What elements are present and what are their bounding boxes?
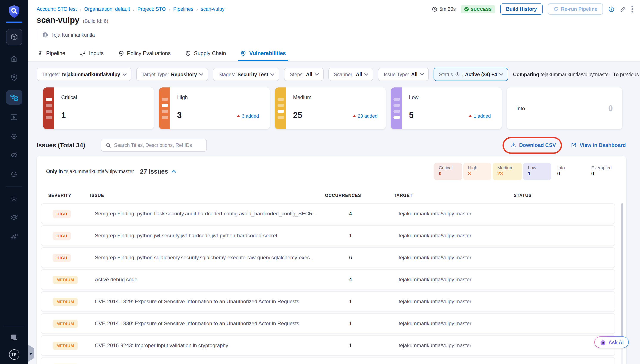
issues-panel: Only in tejakummarikuntla/vulpy:master 2… [37,156,626,364]
download-csv-button[interactable]: Download CSV [510,142,556,148]
module-selector-button[interactable] [6,29,22,45]
breadcrumb-account[interactable]: Account: STO test [37,6,77,12]
medium-added: 23 added [353,113,378,118]
user-avatar[interactable]: TK [9,349,19,360]
breadcrumb-project[interactable]: Project: STO [138,6,166,12]
filter-issue-type[interactable]: Issue Type: All [378,68,429,81]
sidebar-item-home[interactable] [6,52,22,65]
high-count: 3 [177,111,182,120]
breadcrumb-separator: › [133,7,135,12]
issue-row[interactable]: HIGH Semgrep Finding: python.flask.secur… [41,203,615,224]
issue-row[interactable]: MEDIUM CVE-2014-1829: Exposure of Sensit… [41,291,615,312]
filters-row: Targets: tejakummarikuntla/vulpy Target … [37,68,633,81]
severity-badge: HIGH [53,232,71,240]
breadcrumb-pipelines[interactable]: Pipelines [173,6,193,12]
severity-badge: HIGH [53,254,71,262]
issues-table-body: HIGH Semgrep Finding: python.flask.secur… [41,203,615,364]
edit-pipeline-button[interactable] [620,6,626,12]
user-name: Teja Kummarikuntla [51,32,95,38]
search-input[interactable] [114,142,202,148]
high-stripe [159,88,170,129]
only-in-label: Only in tejakummarikuntla/vulpy:master [46,169,134,174]
view-in-dashboard-button[interactable]: View in Dashboard [571,142,626,148]
sidebar-divider [6,186,22,187]
filter-target-type[interactable]: Target Type: Repository [136,68,208,81]
issues-search[interactable] [101,139,207,152]
sidebar-collapse-handle[interactable]: ▶ [28,344,34,362]
critical-card[interactable]: Critical 1 [43,88,154,129]
breadcrumb-current[interactable]: scan-vulpy [201,6,225,12]
execution-tabs: Pipeline Inputs Policy Evaluations Suppl… [37,46,287,61]
sidebar-item-pipelines[interactable] [6,90,22,105]
home-icon [10,54,18,63]
sidebar-item-default-settings[interactable] [6,211,22,224]
breadcrumb-org[interactable]: Organization: default [84,6,130,12]
severity-badge: MEDIUM [53,276,78,284]
filter-stages[interactable]: Stages: Security Test [213,68,280,81]
page-header: Account: STO test › Organization: defaul… [28,0,640,62]
low-card[interactable]: Low 5 1 added [391,88,502,129]
filter-steps[interactable]: Steps: All [284,68,324,81]
sidebar-item-exemptions[interactable] [6,148,22,162]
chevron-down-icon [364,73,369,76]
check-circle-icon [464,7,469,12]
tab-pipeline[interactable]: Pipeline [37,46,66,61]
info-button[interactable] [608,6,614,12]
issue-row[interactable]: HIGH Semgrep Finding: python.jwt.securit… [41,225,615,246]
search-icon [105,142,111,148]
sidebar-item-overview[interactable] [6,71,22,84]
severity-badge: HIGH [53,210,71,218]
chevron-down-icon [122,73,127,76]
issue-count-toggle[interactable]: 27 Issues [140,168,177,175]
chevron-down-icon [270,73,275,76]
rerun-pipeline-button[interactable]: Re-run Pipeline [547,4,603,15]
sidebar-item-targets[interactable] [6,130,22,142]
issue-row[interactable]: MEDIUM Active debug code 4 tejakummariku… [41,269,615,290]
tab-vulnerabilities[interactable]: Vulnerabilities [240,46,287,61]
svg-text:?: ? [13,335,14,338]
issue-title: Semgrep Finding: python.flask.security.a… [95,211,330,217]
filter-targets[interactable]: Targets: tejakummarikuntla/vulpy [37,68,132,81]
issue-row[interactable]: HIGH Semgrep Finding: python.sqlalchemy.… [41,247,615,268]
sidebar-item-tickets[interactable] [6,168,22,180]
issues-table-header: SEVERITY ISSUE OCCURRENCES TARGET STATUS [37,190,615,201]
sto-execution-page: ? TK ▶ Account: STO test › Organization:… [0,0,640,364]
chip-medium: Medium23 [493,163,522,180]
medium-card[interactable]: Medium 25 23 added [275,88,386,129]
filter-scanner[interactable]: Scanner: All [328,68,373,81]
issue-row[interactable]: MEDIUM CVE-2014-1830: Exposure of Sensit… [41,313,615,334]
help-button[interactable]: ? [6,331,22,344]
target: tejakummarikuntla/vulpy:master [399,342,518,348]
ask-ai-button[interactable]: Ask AI [594,336,629,348]
sidebar-item-settings[interactable] [6,192,22,205]
critical-count: 1 [61,111,66,120]
issue-title: CVE-2016-9243: Improper input validation… [95,342,330,348]
filter-status[interactable]: Status : Active (34) +4 [433,68,508,81]
target: tejakummarikuntla/vulpy:master [399,298,518,304]
chevron-down-icon [314,73,319,76]
issue-title: CVE-2014-1829: Exposure of Sensitive Inf… [95,298,330,304]
cube-icon [10,33,18,41]
target: tejakummarikuntla/vulpy:master [399,211,518,217]
sidebar-item-executions[interactable] [6,111,22,124]
tab-supply-chain[interactable]: Supply Chain [185,46,227,61]
issue-row-partial[interactable]: MEDIUM CVE-2017-11424: PyJWT... 1 tejaku… [41,357,615,364]
harness-sto-logo-icon[interactable] [7,4,21,19]
external-link-icon [571,142,577,148]
build-history-button[interactable]: Build History [500,4,542,15]
breadcrumb-separator: › [169,7,170,12]
more-options-button[interactable] [631,6,633,12]
table-scrollbar-thumb[interactable] [621,203,623,341]
issue-row[interactable]: MEDIUM CVE-2016-9243: Improper input val… [41,335,615,356]
severity-badge: MEDIUM [53,298,78,306]
tab-inputs[interactable]: Inputs [79,46,105,61]
tab-policy-evaluations[interactable]: Policy Evaluations [118,46,172,61]
high-card[interactable]: High 3 3 added [159,88,270,129]
issues-header: Issues (Total 34) Download CSV [37,139,626,152]
sidebar-item-governance[interactable] [6,230,22,243]
issue-title: CVE-2014-1830: Exposure of Sensitive Inf… [95,320,330,326]
expand-arrow-icon: ▶ [30,351,32,355]
info-card[interactable]: Info 0 [507,88,622,129]
build-id: (Build Id: 6) [83,18,108,24]
page-title: scan-vulpy [37,16,80,25]
